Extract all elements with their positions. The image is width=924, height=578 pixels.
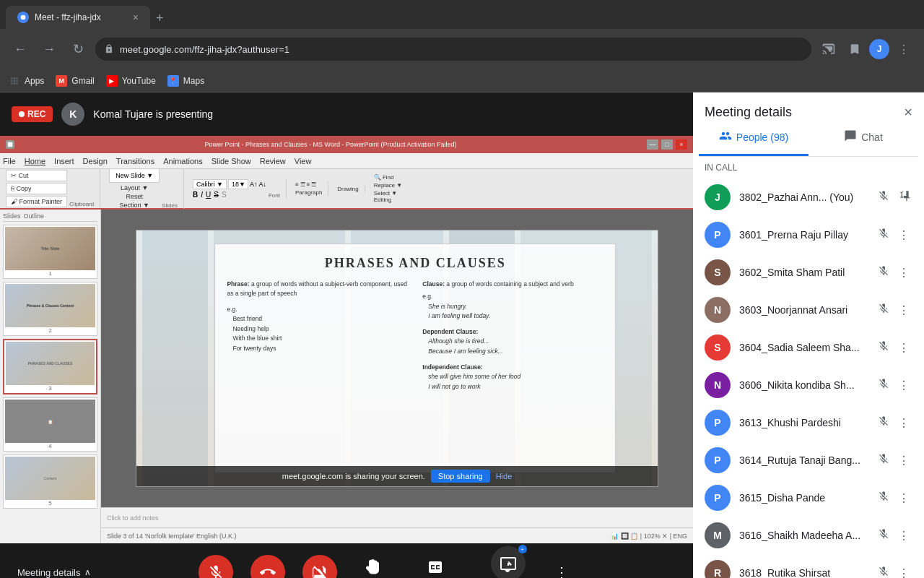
participant-mute-btn[interactable] <box>875 488 892 508</box>
maximize-btn[interactable]: □ <box>661 139 673 150</box>
ribbon-shadow-btn[interactable]: S <box>222 191 227 199</box>
gmail-bookmark[interactable]: M Gmail <box>56 75 94 87</box>
stop-sharing-button[interactable]: Stop sharing <box>431 470 490 483</box>
ribbon-justify-btn[interactable]: ☰ <box>311 181 316 188</box>
ribbon-format-painter-btn[interactable]: 🖌 Format Painter <box>6 196 67 207</box>
tab-chat[interactable]: Chat <box>808 121 918 156</box>
ribbon-align-center-btn[interactable]: ☰ <box>300 181 305 188</box>
camera-button[interactable] <box>302 555 337 578</box>
slide-thumb-5[interactable]: Content 5 <box>3 454 97 509</box>
ppt-close-btn[interactable]: × <box>676 139 687 150</box>
slide-thumb-2[interactable]: Phrases & Clauses Content 2 <box>3 282 97 336</box>
ribbon-align-right-btn[interactable]: ≡ <box>307 181 310 188</box>
participant-more-btn[interactable]: ⋮ <box>895 225 912 245</box>
outline-tab[interactable]: Outline <box>24 212 45 220</box>
active-tab[interactable]: Meet - ffz-jiha-jdx × <box>6 6 150 29</box>
participant-mute-btn[interactable] <box>875 450 892 470</box>
participant-mute-btn[interactable] <box>875 337 892 358</box>
menu-view[interactable]: View <box>295 157 312 165</box>
cast-button[interactable] <box>817 38 840 61</box>
menu-design[interactable]: Design <box>83 157 108 165</box>
meeting-details-toggle[interactable]: Meeting details ∧ <box>17 567 91 578</box>
menu-button[interactable]: ⋮ <box>892 38 915 61</box>
new-tab-button[interactable]: + <box>150 8 170 29</box>
ribbon-new-slide-btn[interactable]: New Slide ▼ <box>109 168 160 183</box>
ribbon-align-left-btn[interactable]: ≡ <box>295 181 299 188</box>
ribbon-bold-btn[interactable]: B <box>193 191 198 199</box>
participant-avatar: P <box>705 485 731 511</box>
participant-more-btn[interactable]: ⋮ <box>895 376 912 395</box>
ribbon-strikethrough-btn[interactable]: S <box>214 191 219 199</box>
ribbon-section-btn[interactable]: Section ▼ <box>120 202 149 209</box>
slide-thumb-4[interactable]: 📋 4 <box>3 397 97 452</box>
participant-mute-btn[interactable] <box>875 413 892 433</box>
ribbon-replace-btn[interactable]: Replace ▼ <box>374 182 403 189</box>
menu-review[interactable]: Review <box>260 157 286 165</box>
end-call-button[interactable] <box>250 555 285 578</box>
more-options-button[interactable]: ⋮ <box>554 564 569 578</box>
participant-more-btn[interactable]: ⋮ <box>895 526 912 545</box>
forward-button[interactable]: → <box>38 38 61 61</box>
presenting-control[interactable]: + Komal Tujare is presenting <box>479 546 537 578</box>
participant-more-btn[interactable]: ⋮ <box>895 413 912 433</box>
mute-button[interactable] <box>199 555 233 578</box>
participant-more-btn[interactable]: ⋮ <box>895 338 912 358</box>
ribbon-italic-btn[interactable]: I <box>201 191 203 199</box>
phrase-ex-4: For twenty days <box>232 344 408 354</box>
participant-mute-btn[interactable] <box>875 262 892 282</box>
slide-notes-area[interactable]: Click to add notes <box>101 507 693 527</box>
participant-mute-btn[interactable] <box>875 225 892 245</box>
participant-more-btn[interactable]: ⋮ <box>895 263 912 282</box>
participant-mute-btn[interactable] <box>875 375 892 395</box>
participant-mute-btn[interactable] <box>875 300 892 320</box>
ribbon-increase-font-btn[interactable]: A↑ <box>250 181 258 188</box>
menu-slideshow[interactable]: Slide Show <box>212 157 251 165</box>
participant-more-btn[interactable]: ⋮ <box>895 564 912 579</box>
participant-mute-btn[interactable] <box>875 525 892 545</box>
participant-actions: ⋮ <box>875 450 912 470</box>
ribbon-size-select[interactable]: 18▼ <box>228 179 248 189</box>
participant-more-btn[interactable]: ⋮ <box>895 488 912 508</box>
apps-bookmark[interactable]: Apps <box>9 75 44 87</box>
ribbon-find-btn[interactable]: 🔍 Find <box>374 174 403 181</box>
tab-close-btn[interactable]: × <box>133 12 139 23</box>
menu-animations[interactable]: Animations <box>163 157 202 165</box>
captions-control[interactable]: Turn on captions <box>408 550 461 579</box>
bookmark-button[interactable] <box>843 38 866 61</box>
ribbon-decrease-font-btn[interactable]: A↓ <box>258 181 266 188</box>
menu-home[interactable]: Home <box>25 157 45 165</box>
ribbon-reset-btn[interactable]: Reset <box>126 193 143 200</box>
slide-thumb-1[interactable]: Title Slide 1 <box>3 225 97 279</box>
hide-button[interactable]: Hide <box>496 472 513 480</box>
ribbon-paste-btn[interactable]: ✂ Cut <box>6 170 67 181</box>
maps-bookmark[interactable]: 📍 Maps <box>167 75 204 87</box>
tab-people[interactable]: People (98) <box>699 121 808 156</box>
ribbon-underline-btn[interactable]: U <box>206 191 211 199</box>
participant-mute-btn[interactable] <box>875 187 892 207</box>
refresh-button[interactable]: ↻ <box>66 38 90 61</box>
slides-tab[interactable]: Slides <box>3 212 21 220</box>
slide-thumb-3[interactable]: PHRASES AND CLAUSES 3 <box>3 339 97 394</box>
address-bar: ← → ↻ meet.google.com/ffz-jiha-jdx?authu… <box>0 29 924 69</box>
back-button[interactable]: ← <box>9 38 32 61</box>
panel-close-button[interactable]: × <box>904 104 912 121</box>
ribbon-slides: New Slide ▼ Layout ▼ Reset Section ▼ Sli… <box>109 168 184 209</box>
participant-more-btn[interactable]: ⋮ <box>895 301 912 320</box>
participant-pin-btn[interactable] <box>895 187 912 207</box>
raise-hand-control[interactable]: Raise hand <box>354 550 391 579</box>
ribbon-copy-btn[interactable]: ⎘ Copy <box>6 183 67 194</box>
youtube-bookmark[interactable]: ▶ YouTube <box>106 75 156 87</box>
menu-insert[interactable]: Insert <box>54 157 74 165</box>
menu-file[interactable]: File <box>3 157 16 165</box>
ribbon-select-btn[interactable]: Select ▼ <box>374 190 403 197</box>
ribbon-layout-btn[interactable]: Layout ▼ <box>121 184 148 191</box>
ribbon-font-select[interactable]: Calibri ▼ <box>193 179 227 189</box>
slide-view-icons: 📊 🔲 📋 | 102% ✕ | ENG <box>611 532 687 540</box>
url-bar[interactable]: meet.google.com/ffz-jiha-jdx?authuser=1 <box>95 38 811 61</box>
user-avatar: J <box>869 39 889 59</box>
minimize-btn[interactable]: — <box>647 139 658 150</box>
menu-transitions[interactable]: Transitions <box>116 157 154 165</box>
participant-item: P 3601_Prerna Raju Pillay ⋮ <box>693 216 924 254</box>
participant-mute-btn[interactable] <box>875 563 892 578</box>
participant-more-btn[interactable]: ⋮ <box>895 451 912 470</box>
